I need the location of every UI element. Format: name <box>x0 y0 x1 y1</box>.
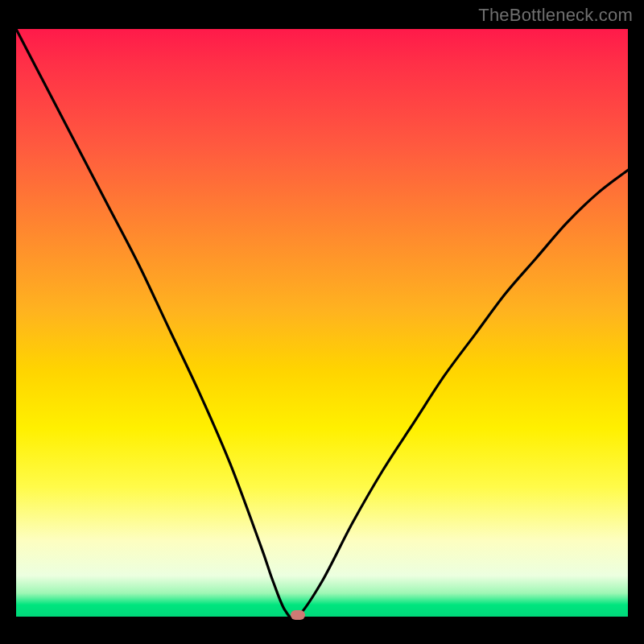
balance-marker <box>291 610 305 620</box>
plot-area <box>16 29 628 628</box>
bottleneck-curve <box>16 29 628 618</box>
curve-svg <box>16 29 628 628</box>
chart-frame: TheBottleneck.com <box>0 0 644 644</box>
watermark-text: TheBottleneck.com <box>478 5 633 26</box>
